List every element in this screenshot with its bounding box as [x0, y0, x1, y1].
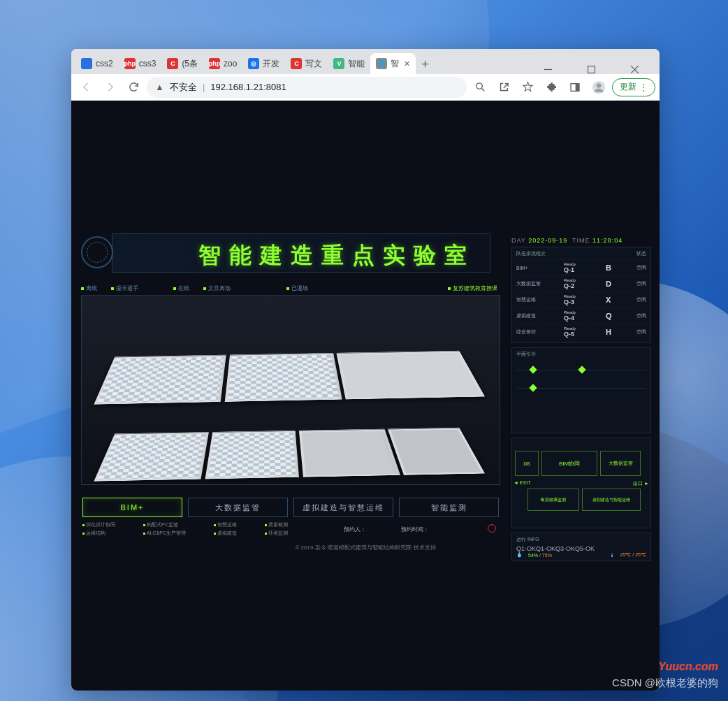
reload-button[interactable]: [123, 77, 144, 98]
zoom-icon[interactable]: [469, 77, 490, 98]
right-panel: DAY 2022-09-19 TIME 11:28:04 队伍排流程次状态 BI…: [511, 237, 651, 565]
svg-point-5: [597, 83, 602, 88]
address-bar[interactable]: ▲ 不安全 | 192.168.1.21:8081: [147, 77, 467, 98]
svg-point-1: [476, 83, 482, 89]
insecure-label: 不安全: [170, 81, 197, 94]
bottom-nav: BIM+大数据监管虚拟建造与智慧运维智能监测: [82, 498, 499, 517]
queue-row: 智慧运维ReadyQ-3X空闲: [516, 291, 646, 308]
record-indicator-icon: [488, 524, 496, 533]
extensions-icon[interactable]: [541, 77, 562, 98]
share-icon[interactable]: [493, 77, 514, 98]
queue-row: BIM+ReadyQ-1B空闲: [516, 259, 646, 275]
nav-button-3[interactable]: 智能监测: [399, 498, 499, 517]
tab-5[interactable]: C写文: [285, 53, 328, 74]
minimap-card[interactable]: 08 BIM协同 大数据监管 断层健康监测 虚拟建造与智能运维 ◄ EXIT 出…: [511, 438, 651, 528]
insecure-icon: ▲: [155, 82, 164, 92]
browser-window: css2phpcss3C(5条phpzoo◎开发C写文V智能🌐智× + ▲ 不安…: [71, 49, 660, 691]
nav-button-2[interactable]: 虚拟建造与智慧运维: [293, 498, 393, 517]
new-tab-button[interactable]: +: [416, 55, 435, 74]
tab-6[interactable]: V智能: [328, 53, 370, 74]
logo-badge: [81, 236, 113, 268]
sub-category-labels: 深化设计协同运维结构构配式PC监造ALC&PC生产管理智慧运维虚拟建造质量检测环…: [82, 521, 499, 537]
window-controls: [534, 59, 648, 79]
maximize-button[interactable]: [578, 59, 604, 79]
status-bar: 离线 提示通手 在线 文旦离场 已退场 复苏建筑教育授课: [81, 281, 497, 295]
tab-1[interactable]: phpcss3: [119, 53, 162, 74]
timeline-card: 平面引导: [511, 347, 651, 433]
datetime: DAY 2022-09-19 TIME 11:28:04: [511, 237, 651, 244]
tab-close-icon[interactable]: ×: [404, 58, 409, 69]
queue-row: 虚拟建造ReadyQ-4Q空闲: [516, 308, 646, 324]
page-content: 智能建造重点实验室 离线 提示通手 在线 文旦离场 已退场 复苏建筑教育授课 B…: [71, 101, 660, 691]
svg-rect-0: [588, 66, 595, 73]
nav-button-0[interactable]: BIM+: [82, 498, 182, 517]
watermark-csdn: CSDN @欧根老婆的狗: [612, 677, 718, 690]
nav-button-1[interactable]: 大数据监管: [188, 498, 288, 517]
close-button[interactable]: [621, 59, 648, 79]
booking-info: 预约人： 预约时间：: [344, 526, 429, 533]
side-panel-icon[interactable]: [565, 77, 585, 98]
queue-row: 大数据监管ReadyQ-2D空闲: [516, 275, 646, 291]
svg-rect-3: [576, 83, 579, 91]
3d-floorplan[interactable]: [81, 295, 500, 485]
watermark-yuucn: Yuucn.com: [658, 660, 718, 673]
tab-4[interactable]: ◎开发: [242, 53, 285, 74]
bookmark-icon[interactable]: [517, 77, 538, 98]
back-button[interactable]: [75, 77, 96, 98]
tab-2[interactable]: C(5条: [161, 53, 203, 74]
humidity-icon: 💧: [516, 552, 523, 558]
tab-7[interactable]: 🌐智×: [370, 53, 415, 74]
page-title: 智能建造重点实验室: [198, 240, 475, 271]
env-card: 运行 INFO Q1-OKQ1-OKQ3-OKQ5-OK 💧 54% / 75%…: [511, 533, 651, 561]
forward-button[interactable]: [99, 77, 120, 98]
update-button[interactable]: 更新⋮: [612, 78, 655, 96]
exit-right-label: 出口 ►: [633, 480, 649, 487]
thermometer-icon: 🌡: [610, 553, 615, 558]
tab-0[interactable]: css2: [75, 53, 119, 74]
profile-icon[interactable]: [588, 77, 609, 98]
url-text: 192.168.1.21:8081: [210, 82, 286, 92]
tab-3[interactable]: phpzoo: [203, 53, 242, 74]
queue-card: 队伍排流程次状态 BIM+ReadyQ-1B空闲大数据监管ReadyQ-2D空闲…: [511, 247, 651, 343]
minimize-button[interactable]: [534, 59, 561, 79]
queue-row: 综合管控ReadyQ-5H空闲: [516, 324, 646, 340]
exit-left-label: ◄ EXIT: [514, 480, 530, 485]
